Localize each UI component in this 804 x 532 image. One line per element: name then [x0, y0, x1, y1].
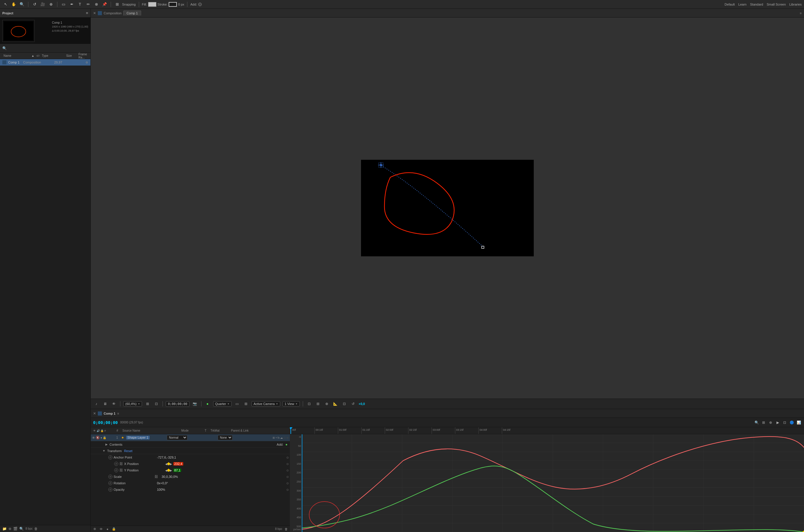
- add-content-btn[interactable]: ●: [285, 442, 287, 446]
- shape-rect-icon[interactable]: ▭: [60, 1, 67, 7]
- trash-icon[interactable]: 🗑: [34, 527, 38, 531]
- project-search-input[interactable]: [8, 46, 88, 50]
- timecode-display[interactable]: 0;00;00;00: [166, 401, 189, 407]
- lb-lock-icon[interactable]: 🔒: [111, 527, 116, 532]
- bpc-label[interactable]: 8 bpc: [25, 527, 33, 530]
- tl-search-icon[interactable]: 🔍: [754, 420, 760, 425]
- search-icon-bottom[interactable]: 🔍: [19, 527, 24, 531]
- pixel-aspect-icon[interactable]: ⊡: [153, 401, 160, 407]
- tl-render-icon[interactable]: ▶: [775, 420, 781, 425]
- lb-trash-icon[interactable]: 🗑: [283, 527, 289, 532]
- project-menu-icon[interactable]: ≡: [86, 11, 88, 15]
- fast-preview-icon[interactable]: 👁: [111, 401, 117, 407]
- y-link-icon[interactable]: ⊙: [286, 469, 289, 472]
- y-stopwatch-icon[interactable]: ⏱: [114, 468, 118, 472]
- tl-marker-icon[interactable]: 🔵: [789, 420, 794, 425]
- layer-mode-select-1[interactable]: Normal: [167, 435, 187, 440]
- reset-btn[interactable]: Reset: [124, 449, 133, 453]
- render-queue-icon[interactable]: ⊡: [306, 401, 313, 407]
- stroke-color-box[interactable]: [169, 2, 177, 7]
- layer-solo-icon[interactable]: ●: [100, 436, 102, 439]
- switches-icon[interactable]: ⊞: [273, 436, 275, 439]
- rotation-link-icon[interactable]: ⊙: [286, 482, 289, 485]
- new-item-icon[interactable]: ⊕: [8, 527, 12, 531]
- x-stopwatch-icon[interactable]: ⏱: [114, 462, 118, 466]
- tl-flow-icon[interactable]: ⊕: [768, 420, 773, 425]
- camera-tool-icon[interactable]: 🎥: [39, 1, 46, 7]
- motion-blur-icon[interactable]: ☁: [280, 436, 283, 439]
- project-item-comp1[interactable]: Comp 1 Composition 29,97 ⚙: [0, 59, 91, 65]
- new-folder-icon[interactable]: 📁: [2, 527, 7, 531]
- x-link-icon[interactable]: ⊙: [286, 462, 289, 466]
- add-dot-icon[interactable]: [198, 3, 202, 6]
- 3d-view-icon[interactable]: ⊕: [323, 401, 330, 407]
- snapping-icon[interactable]: ⊞: [114, 1, 120, 7]
- fit-comp-icon[interactable]: ⊞: [144, 401, 151, 407]
- add-icon[interactable]: +: [276, 436, 277, 439]
- 3d-icon[interactable]: ⊕: [286, 436, 289, 439]
- rotation-stopwatch-icon[interactable]: ⏱: [108, 481, 112, 485]
- clone-stamp-icon[interactable]: ⊗: [93, 1, 99, 7]
- rulers-icon[interactable]: 📐: [332, 401, 339, 407]
- opacity-value[interactable]: 100%: [157, 488, 165, 491]
- snapshot-icon[interactable]: 📷: [192, 401, 198, 407]
- x-position-row[interactable]: ⏱ ⛓ X Position ◀ ▶ 232,4 ⊙: [91, 461, 290, 467]
- fx-icon[interactable]: fx: [278, 436, 280, 439]
- anchor-stopwatch-icon[interactable]: ⏱: [108, 455, 112, 459]
- zoom-display[interactable]: (60,4%) ▼: [123, 401, 142, 406]
- opacity-row[interactable]: ⏱ Opacity 100% ⊙: [91, 486, 290, 493]
- region-of-interest-icon[interactable]: ⊞: [243, 401, 249, 407]
- lb-bpc[interactable]: 8 bpc: [275, 527, 282, 531]
- lb-hide-icon[interactable]: 👁: [98, 527, 104, 532]
- y-position-value[interactable]: 87,1: [173, 469, 181, 472]
- pan-behind-tool-icon[interactable]: ⊕: [48, 1, 54, 7]
- text-tool-icon[interactable]: T: [77, 1, 83, 7]
- layer-parent-select-1[interactable]: None: [218, 435, 232, 440]
- fill-color-box[interactable]: [148, 2, 156, 7]
- lb-solo-icon[interactable]: ●: [105, 527, 110, 532]
- tl-comp-icon2[interactable]: ⊡: [782, 420, 788, 425]
- workspace-default[interactable]: Default: [725, 3, 735, 6]
- layer-vis-icon[interactable]: 👁: [92, 436, 95, 439]
- layer-audio-icon[interactable]: 🔇: [96, 436, 100, 439]
- opacity-link-icon[interactable]: ⊙: [286, 488, 289, 491]
- transform-section-row[interactable]: ▼ Transform Reset: [91, 448, 290, 454]
- tl-layer-opts-icon[interactable]: ⊞: [761, 420, 767, 425]
- transparency-grid-icon[interactable]: ⊞: [315, 401, 321, 407]
- hand-tool-icon[interactable]: ✋: [11, 1, 17, 7]
- frame-blend-icon[interactable]: ⊡: [283, 436, 286, 439]
- comp-tab[interactable]: Comp 1: [123, 11, 141, 16]
- anchor-link-icon[interactable]: ⊙: [286, 456, 289, 459]
- layer-row-1[interactable]: 👁 🔇 ● 🔓 1 ★ Shape Layer 1 Normal: [91, 434, 290, 441]
- rotation-value[interactable]: 0x+0,0°: [157, 481, 168, 485]
- zoom-tool-icon[interactable]: 🔍: [19, 1, 25, 7]
- pen-tool-icon[interactable]: ✒: [69, 1, 75, 7]
- contents-section-row[interactable]: ▶ Contents Add: ●: [91, 441, 290, 448]
- brush-tool-icon[interactable]: ✏: [85, 1, 91, 7]
- y-position-row[interactable]: ⏱ ⛓ Y Position ◀ ▶ 87,1 ⊙: [91, 467, 290, 474]
- scale-link-icon[interactable]: ⊙: [286, 475, 289, 478]
- scale-stopwatch-icon[interactable]: ⏱: [108, 475, 112, 479]
- snapping-label[interactable]: Snapping: [122, 3, 136, 6]
- timeline-timecode[interactable]: 0;00;00;00: [93, 420, 118, 425]
- scale-value[interactable]: 30,0,30,0%: [162, 475, 178, 478]
- guide-icon[interactable]: ⊡: [341, 401, 348, 407]
- timeline-close-icon[interactable]: ✕: [93, 412, 96, 416]
- resolution-icon[interactable]: ▭: [234, 401, 240, 407]
- timeline-ruler[interactable]: 00f 00:15f 01:00f 01:15f 02:00f 02:15f 0…: [290, 427, 804, 434]
- color-correct-icon[interactable]: ●: [204, 401, 211, 407]
- layer-lock-icon[interactable]: 🔓: [103, 436, 106, 439]
- x-position-value[interactable]: 232,4: [173, 462, 183, 466]
- tl-graph-icon[interactable]: 📊: [796, 420, 802, 425]
- views-dropdown[interactable]: 1 View ▼: [283, 401, 300, 406]
- workspace-libraries[interactable]: Libraries: [789, 3, 802, 6]
- quality-dropdown[interactable]: Quarter ▼: [213, 401, 231, 406]
- rotation-row[interactable]: ⏱ Rotation 0x+0,0° ⊙: [91, 480, 290, 486]
- lb-new-layer-icon[interactable]: ⊕: [92, 527, 97, 532]
- close-icon[interactable]: ✕: [93, 11, 96, 15]
- comp-viewer-icon[interactable]: 🖥: [102, 401, 108, 407]
- workspace-smallscreen[interactable]: Small Screen: [767, 3, 786, 6]
- opacity-stopwatch-icon[interactable]: ⏱: [108, 488, 112, 492]
- workspace-learn[interactable]: Learn: [738, 3, 747, 6]
- workspace-standard[interactable]: Standard: [750, 3, 763, 6]
